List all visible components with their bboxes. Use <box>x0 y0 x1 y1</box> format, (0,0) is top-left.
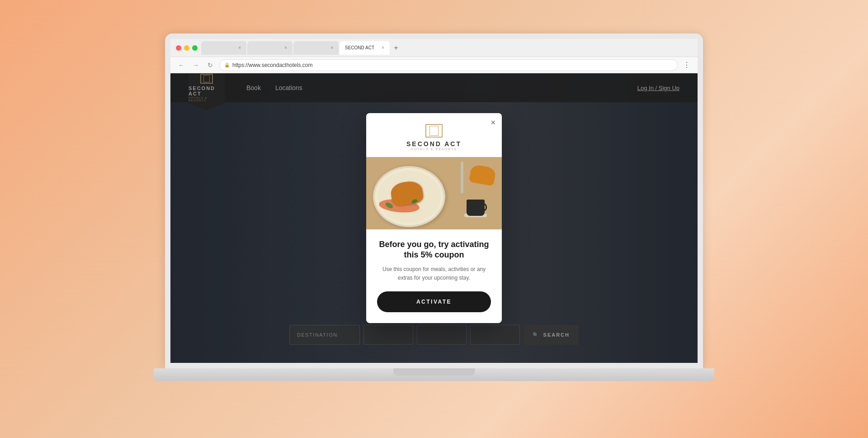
laptop-base <box>154 368 714 381</box>
modal-close-button[interactable]: × <box>491 119 495 127</box>
tab-4-close[interactable]: × <box>382 45 384 50</box>
laptop-shell: × × × SECOND ACT × + <box>154 33 714 405</box>
laptop-notch <box>393 368 475 376</box>
modal-body: Before you go, try activating this 5% co… <box>366 229 502 323</box>
activate-button[interactable]: ACTIVATE <box>377 291 491 312</box>
tab-4-label: SECOND ACT <box>345 45 374 50</box>
forward-button[interactable]: → <box>190 60 201 71</box>
new-tab-button[interactable]: + <box>391 43 401 53</box>
browser-tabs: × × × SECOND ACT × + <box>201 41 692 55</box>
modal-logo-icon <box>425 124 443 138</box>
browser-tab-1[interactable]: × <box>201 41 246 55</box>
browser-tab-4-active[interactable]: SECOND ACT × <box>340 41 390 55</box>
browser-tab-2[interactable]: × <box>247 41 292 55</box>
laptop-screen: × × × SECOND ACT × + <box>165 33 703 368</box>
browser-window: × × × SECOND ACT × + <box>170 39 698 363</box>
modal-food-image <box>366 157 502 229</box>
browser-toolbar: ← → ↻ 🔒 https://www.secondacthotels.com … <box>170 57 698 73</box>
bread-right <box>469 164 496 186</box>
modal-header: SECOND ACT HOTELS & RESORTS <box>366 113 502 157</box>
maximize-window-button[interactable] <box>192 45 198 51</box>
browser-menu-button[interactable]: ⋮ <box>681 60 692 71</box>
coupon-modal: × SECOND ACT HOTELS & RESORTS <box>366 113 502 323</box>
modal-logo-sub: HOTELS & RESORTS <box>411 148 457 151</box>
back-button[interactable]: ← <box>176 60 187 71</box>
modal-description: Use this coupon for meals, activities or… <box>377 265 491 282</box>
modal-headline: Before you go, try activating this 5% co… <box>377 239 491 261</box>
cup-handle <box>481 203 487 211</box>
tab-1-close[interactable]: × <box>238 45 241 50</box>
minimize-window-button[interactable] <box>184 45 189 51</box>
close-window-button[interactable] <box>176 45 181 51</box>
lock-icon: 🔒 <box>224 62 230 67</box>
url-text: https://www.secondacthotels.com <box>232 62 312 68</box>
browser-tab-3[interactable]: × <box>293 41 339 55</box>
modal-overlay[interactable]: × SECOND ACT HOTELS & RESORTS <box>170 73 698 363</box>
food-scene <box>366 157 502 229</box>
modal-logo-main: SECOND ACT <box>406 140 462 148</box>
tab-2-close[interactable]: × <box>284 45 287 50</box>
website-content: SECOND ACT HOTELS & RESORTS Book Locatio… <box>170 73 698 363</box>
refresh-button[interactable]: ↻ <box>205 60 216 71</box>
browser-titlebar: × × × SECOND ACT × + <box>170 39 698 57</box>
url-bar[interactable]: 🔒 https://www.secondacthotels.com <box>219 59 678 71</box>
traffic-lights <box>176 45 198 51</box>
tab-3-close[interactable]: × <box>330 45 333 50</box>
coffee-cup <box>464 191 489 216</box>
spoon <box>461 162 463 193</box>
